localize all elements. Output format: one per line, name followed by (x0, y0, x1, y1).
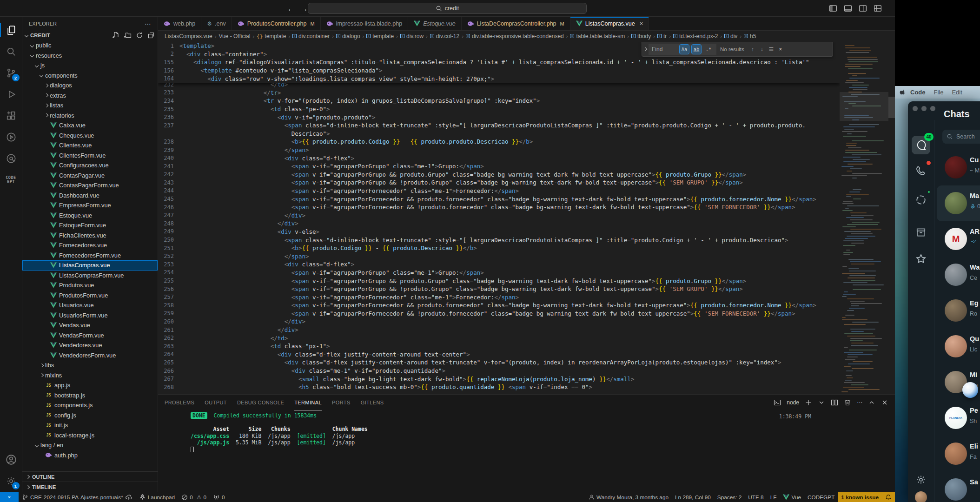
tree-item-dashboard.vue[interactable]: Dashboard.vue (22, 191, 158, 201)
breadcrumb-item[interactable]: dialogo (336, 33, 360, 40)
toggle-panel-icon[interactable] (844, 4, 852, 13)
chat-list-item-1[interactable]: Cu~ M (937, 150, 980, 185)
known-issue-status[interactable]: 1 known issue (838, 492, 882, 502)
find-prev-icon[interactable]: ↑ (748, 45, 757, 54)
code-line-265[interactable]: 265 <div class="d-flex justify-content-a… (158, 358, 840, 367)
toggle-replace-icon[interactable] (642, 42, 649, 56)
launchpad-status[interactable]: Launchpad (136, 492, 178, 502)
tab-produtoscontroller.php[interactable]: ProdutosController.phpM (232, 17, 321, 30)
apple-logo-icon[interactable] (900, 89, 906, 96)
git-branch-status[interactable]: CRE-2024-0915-PA-Ajustes-pontuais* (19, 492, 136, 502)
remote-indicator[interactable]: × (0, 492, 19, 502)
code-line-235[interactable]: 235 <td class="pe-0"> (158, 105, 840, 113)
tree-item-vendas.vue[interactable]: Vendas.vue (22, 320, 158, 330)
code-line-248[interactable]: 248 </div> (158, 219, 840, 228)
breadcrumb-item[interactable]: div.col-12 (430, 33, 459, 40)
menu-file[interactable]: File (930, 89, 948, 96)
code-line-260[interactable]: 260 </div> (158, 317, 840, 326)
code-line-247[interactable]: 247 </div> (158, 211, 840, 219)
code-line-245[interactable]: 245 <span v-if="agruparPorFornecedor && … (158, 195, 840, 203)
code-line-259[interactable]: 259 <span v-if="agruparPorFornecedor && … (158, 310, 840, 318)
code-line-255[interactable]: 255 <span v-if="agruparPorGrupo && produ… (158, 277, 840, 285)
panel-tab-gitlens[interactable]: GITLENS (361, 395, 384, 410)
tree-item-init.js[interactable]: JSinit.js (22, 420, 158, 430)
encoding[interactable]: UTF-8 (745, 492, 767, 502)
find-input[interactable]: Find Aa ab .* (649, 44, 716, 55)
command-center-search[interactable]: credit (308, 3, 587, 14)
code-line-262[interactable]: 262 </td> (158, 334, 840, 342)
accounts-icon[interactable] (0, 449, 22, 470)
close-window-icon[interactable] (913, 106, 918, 111)
tree-item-vendedores.vue[interactable]: Vendedores.vue (22, 340, 158, 350)
code-line-267[interactable]: 267 <small class="badge bg-light text-da… (158, 375, 840, 383)
new-folder-icon[interactable] (124, 32, 132, 39)
chat-list-item-2[interactable]: Ma0: (937, 185, 980, 221)
tree-item-vendasform.vue[interactable]: VendasForm.vue (22, 330, 158, 341)
tree-item-public[interactable]: public (22, 40, 158, 51)
code-line-243[interactable]: 243 <span v-if="agruparPorGrupo && !prod… (158, 178, 840, 187)
tree-item-caixa.vue[interactable]: Caixa.vue (22, 120, 158, 131)
breadcrumb-item[interactable]: tbody (631, 33, 651, 40)
maximize-panel-icon[interactable] (868, 399, 875, 406)
code-line-236[interactable]: 236 <div v-if="produto.produto"> (158, 113, 840, 121)
tree-item-listas[interactable]: listas (22, 100, 158, 111)
whole-word-toggle[interactable]: ab (692, 45, 701, 54)
tree-item-estoque.vue[interactable]: Estoque.vue (22, 211, 158, 221)
chat-list-item-6[interactable]: QuLic (937, 329, 980, 364)
breadcrumb-item[interactable]: h5 (744, 33, 756, 40)
tree-item-local-storage.js[interactable]: JSlocal-storage.js (22, 430, 158, 441)
tree-item-js[interactable]: js (22, 60, 158, 71)
breadcrumb-item[interactable]: table.table.table-sm (570, 33, 625, 40)
terminal[interactable]: DONE Compiled successfully in 15834ms As… (158, 410, 895, 492)
cursor-position[interactable]: Ln 289, Col 90 (672, 492, 714, 502)
code-line-266[interactable]: 266 <div class="me-1" v-if="produto.quan… (158, 367, 840, 375)
tree-item-clientesform.vue[interactable]: ClientesForm.vue (22, 151, 158, 161)
find-in-selection-icon[interactable]: ☰ (767, 45, 776, 54)
breadcrumb-item[interactable]: div.table-responsive.table-condensed (466, 33, 564, 40)
code-line-249[interactable]: 249 <div v-else> (158, 228, 840, 236)
panel-tab-ports[interactable]: PORTS (332, 395, 351, 410)
chat-list-item-10[interactable]: Sa (937, 472, 980, 502)
new-terminal-icon[interactable] (805, 399, 812, 406)
toggle-sidebar-icon[interactable] (829, 4, 837, 13)
tab-estoque.vue[interactable]: Estoque.vue (408, 17, 462, 30)
refresh-explorer-icon[interactable] (136, 32, 143, 39)
code-line-250[interactable]: 250 <span class="d-inline-block text-tru… (158, 236, 840, 244)
tree-item-components[interactable]: components (22, 71, 158, 81)
tree-item-fornecedores.vue[interactable]: Fornecedores.vue (22, 240, 158, 251)
code-line-164[interactable]: 164 <div class="row" v-show="!loadings.l… (158, 74, 840, 83)
code-editor[interactable]: 1<template>2 <div class="container">155 … (158, 42, 895, 394)
code-line-258[interactable]: 258 <span v-if="agruparPorFornecedor && … (158, 301, 840, 310)
code-line-155[interactable]: 155 <dialogo ref="dialogoVisualizarLista… (158, 58, 840, 66)
find-close-icon[interactable]: × (776, 45, 785, 54)
codegpt-status[interactable]: CODEGPT (804, 492, 838, 502)
breadcrumb-item[interactable]: template (366, 33, 394, 40)
profile-avatar[interactable] (912, 488, 930, 502)
breadcrumb-item[interactable]: div.container (292, 33, 330, 40)
starred-nav-icon[interactable] (912, 250, 930, 268)
nav-back-icon[interactable]: ← (287, 5, 294, 13)
run-debug-activity-icon[interactable] (0, 84, 22, 105)
code-line-237[interactable]: 237 <span class="d-inline-block text-tru… (158, 121, 840, 130)
code-line-wrap[interactable]: Descricao"> (158, 130, 840, 138)
code-line-261[interactable]: 261 </div> (158, 326, 840, 334)
collapse-folders-icon[interactable] (147, 32, 155, 39)
eol[interactable]: LF (767, 492, 780, 502)
tree-item-produtosform.vue[interactable]: ProdutosForm.vue (22, 291, 158, 301)
match-case-toggle[interactable]: Aa (680, 45, 689, 54)
tab-listascompras.vue[interactable]: ListasCompras.vue× (570, 17, 649, 31)
timeline-section[interactable]: TIMELINE (22, 482, 158, 492)
tree-item-relatorios[interactable]: relatorios (22, 111, 158, 121)
tree-item-listascomprasform.vue[interactable]: ListasComprasForm.vue (22, 271, 158, 281)
live-share-activity-icon[interactable] (0, 148, 22, 169)
tree-item-app.js[interactable]: JSapp.js (22, 380, 158, 390)
breadcrumb-item[interactable]: tr (657, 33, 667, 40)
tree-item-dialogos[interactable]: dialogos (22, 80, 158, 91)
tree-item-mixins[interactable]: mixins (22, 370, 158, 381)
menu-edit[interactable]: Edit (947, 89, 966, 96)
chat-list-item-5[interactable]: EgRo (937, 293, 980, 329)
code-line-238[interactable]: 238 <b>{{ produto.produto.Codigo }} - {{… (158, 138, 840, 146)
problems-status[interactable]: 0 ⚠0 (178, 492, 210, 502)
code-line-233[interactable]: 233 </tr> (158, 89, 840, 97)
code-line-242[interactable]: 242 <span v-if="agruparPorGrupo && produ… (158, 171, 840, 179)
